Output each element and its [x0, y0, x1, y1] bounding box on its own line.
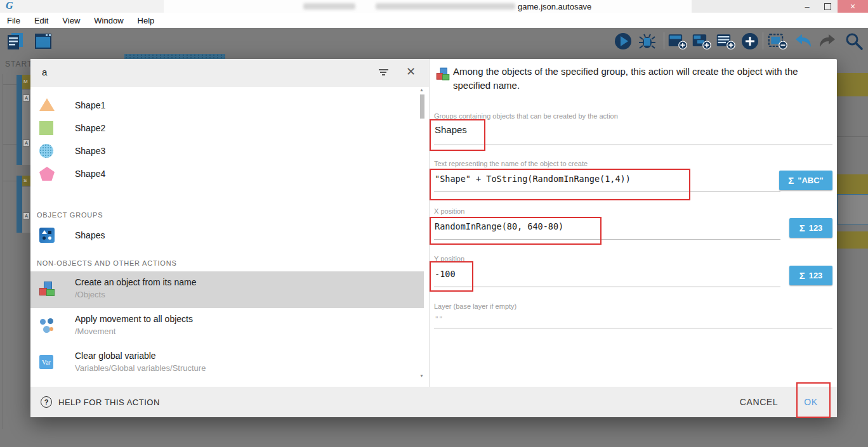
event-selection-bar: [16, 75, 22, 165]
list-item-object[interactable]: Shape3: [30, 139, 424, 162]
redo-icon[interactable]: [817, 32, 838, 51]
scroll-up-icon[interactable]: ▲: [419, 87, 424, 92]
event-block: A A: [22, 90, 30, 165]
action-description: Among the objects of the specified group…: [453, 65, 834, 93]
object-group-icon: [39, 228, 55, 243]
list-item-action-remove-child[interactable]: Var Remove a child Variables/Global vari…: [30, 382, 424, 387]
debug-icon[interactable]: [637, 32, 657, 51]
list-item-object[interactable]: Shape2: [30, 117, 424, 139]
start-page-icon[interactable]: [33, 32, 53, 51]
maximize-icon: [824, 3, 831, 10]
search-icon[interactable]: [844, 32, 864, 51]
help-button[interactable]: HELP FOR THIS ACTION: [58, 398, 160, 407]
menu-view[interactable]: View: [55, 16, 87, 25]
list-item-action-apply-movement[interactable]: Apply movement to all objects /Movement: [30, 308, 424, 345]
cancel-button[interactable]: CANCEL: [733, 393, 784, 411]
add-subevent-icon[interactable]: [692, 32, 712, 51]
redacted-title-text: [303, 3, 355, 10]
menu-edit[interactable]: Edit: [27, 16, 55, 25]
scene-tab-label: START: [5, 60, 32, 68]
list-item-object[interactable]: Shape4: [30, 162, 424, 185]
add-other-icon[interactable]: [740, 32, 760, 51]
play-icon[interactable]: [613, 32, 633, 51]
background-event-sheet-right: [837, 59, 868, 447]
toolbar-separator: [763, 32, 763, 49]
field-label-x-position: X position: [434, 207, 464, 215]
field-label-object-name: Text representing the name of the object…: [434, 160, 588, 167]
toolbar-separator: [664, 32, 664, 49]
annotation-box-x-position: [430, 217, 602, 245]
screen: G game.json.autosave – × File Edit View …: [0, 0, 868, 447]
field-underline: [434, 328, 832, 328]
create-object-icon: [437, 68, 449, 81]
layer-field[interactable]: "": [435, 315, 443, 323]
delete-event-icon[interactable]: [768, 32, 788, 51]
annotation-box-object-name: [430, 169, 690, 200]
triangle-icon: [39, 98, 55, 111]
add-comment-icon[interactable]: [716, 32, 736, 51]
close-dialog-icon[interactable]: ✕: [406, 65, 416, 79]
menu-window[interactable]: Window: [87, 16, 130, 25]
redacted-title-text: [376, 3, 515, 10]
section-header-object-groups: OBJECT GROUPS: [37, 211, 103, 219]
filter-icon[interactable]: [378, 69, 388, 77]
annotation-box-y-position: [430, 261, 473, 292]
event-header: S: [22, 176, 30, 186]
sigma-icon: Σ: [799, 223, 805, 233]
create-object-icon: [39, 282, 55, 297]
circle-icon: [39, 144, 53, 158]
gdevelop-logo-icon: G: [6, 0, 13, 11]
action-list: Shape1 Shape2 Shape3 Shape4 OBJECT GROUP…: [30, 87, 429, 387]
list-item-action-create-object[interactable]: Create an object from its name /Objects: [30, 271, 424, 308]
dialog-footer: ? HELP FOR THIS ACTION CANCEL OK: [30, 387, 837, 417]
menu-file[interactable]: File: [0, 16, 27, 25]
pentagon-icon: [39, 167, 55, 181]
number-expression-button[interactable]: Σ 123: [789, 218, 832, 238]
background-event-sheet: M A A S A: [0, 68, 30, 447]
close-window-button[interactable]: ×: [838, 0, 868, 13]
add-event-icon[interactable]: [667, 32, 688, 51]
list-item-object[interactable]: Shape1: [30, 94, 424, 117]
event-selection-bar: [16, 176, 22, 233]
list-item-action-clear-global-variable[interactable]: Var Clear global variable Variables/Glob…: [30, 345, 424, 382]
minimize-button[interactable]: –: [797, 0, 817, 13]
annotation-box-group: [430, 119, 485, 151]
menu-help[interactable]: Help: [131, 16, 162, 25]
field-label-layer: Layer (base layer if empty): [434, 302, 516, 310]
square-icon: [39, 121, 53, 135]
event-header: M: [22, 75, 30, 89]
scene-tab: [124, 54, 225, 59]
list-item-group[interactable]: Shapes: [30, 223, 424, 248]
search-input[interactable]: a: [42, 67, 47, 77]
sigma-icon: Σ: [788, 175, 794, 186]
maximize-button[interactable]: [817, 0, 838, 13]
field-underline: [434, 145, 832, 145]
movement-icon: [39, 318, 55, 334]
number-expression-button[interactable]: Σ 123: [789, 266, 832, 285]
section-header-other-actions: NON-OBJECTS AND OTHER ACTIONS: [37, 259, 177, 267]
search-bar[interactable]: a ✕: [30, 59, 429, 87]
toolbar: [0, 28, 868, 54]
list-scrollbar[interactable]: ▲ ▼: [419, 87, 425, 387]
scroll-down-icon[interactable]: ▼: [419, 373, 424, 378]
string-expression-button[interactable]: Σ "ABC": [779, 171, 832, 190]
window-title: game.json.autosave: [518, 2, 591, 11]
annotation-box-ok: [796, 382, 831, 418]
field-underline: [434, 287, 780, 287]
help-icon: ?: [41, 396, 52, 408]
undo-icon[interactable]: [793, 32, 813, 51]
project-manager-icon[interactable]: [6, 32, 27, 51]
scrollbar-thumb[interactable]: [420, 94, 424, 119]
sigma-icon: Σ: [799, 270, 805, 281]
variable-icon: Var: [39, 355, 53, 369]
event-block: A: [22, 187, 30, 233]
menu-bar: File Edit View Window Help: [0, 13, 868, 28]
